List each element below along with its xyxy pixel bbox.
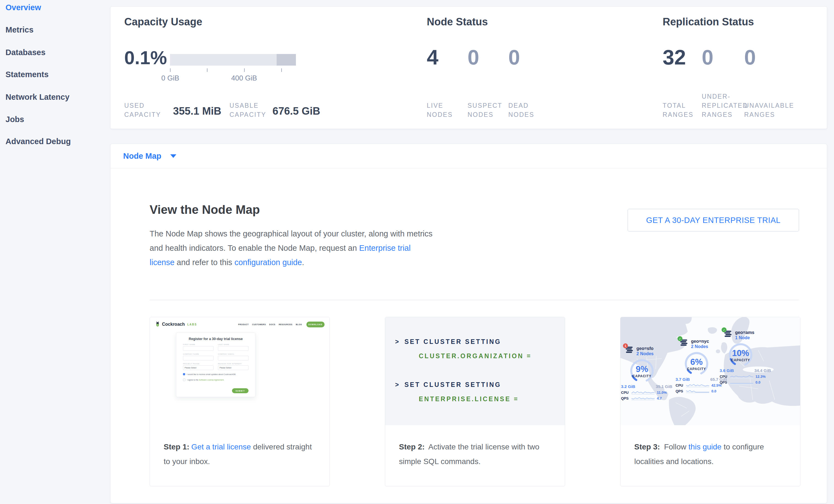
trial-registration-form: Register for a 30-day trial license FIRS…: [176, 333, 256, 397]
sidebar-item-network-latency[interactable]: Network Latency: [5, 92, 69, 102]
map-locality-sfo: 1 geo=sfo 2 Nodes 9% CAPACITY: [621, 346, 675, 400]
mini-nav-docs: DOCS: [269, 324, 276, 325]
qps-sparkline: [632, 396, 655, 400]
cockroach-labs-logo: Cockroach LABS: [155, 321, 197, 328]
used-capacity-value: 355.1 MiB: [173, 105, 221, 117]
company-name-field: [183, 356, 214, 360]
checkbox-checked-icon: [183, 373, 185, 375]
status-healthy-badge: ✓: [722, 327, 727, 332]
axis-tick-label: 0 GiB: [154, 74, 187, 82]
get-enterprise-trial-button[interactable]: GET A 30-DAY ENTERPRISE TRIAL: [628, 209, 799, 232]
axis-tick: [170, 68, 171, 72]
capacity-gauge: 6% CAPACITY: [684, 351, 709, 376]
cockroach-bug-icon: [155, 321, 160, 328]
node-map-description: The Node Map shows the geographical layo…: [150, 226, 436, 269]
suspect-nodes-count: 0: [467, 45, 479, 69]
mini-nav-customers: CUSTOMERS: [252, 324, 266, 325]
node-map-panel: Node Map View the Node Map The Node Map …: [110, 144, 827, 503]
node-map-selector-label: Node Map: [123, 152, 161, 161]
usable-capacity-label: USABLE CAPACITY: [229, 101, 271, 119]
step3-card: 1 geo=sfo 2 Nodes 9% CAPACITY: [620, 317, 800, 486]
mini-nav-blog: BLOG: [295, 324, 302, 325]
suspect-nodes-label: SUSPECT NODES: [467, 101, 509, 119]
mini-nav-product: PRODUCT: [238, 324, 249, 325]
this-guide-link[interactable]: this guide: [688, 442, 722, 451]
live-nodes-count: 4: [427, 45, 438, 69]
mini-nav-resources: RESOURCES: [279, 324, 292, 325]
cpu-sparkline: [632, 390, 655, 395]
cpu-sparkline: [686, 383, 709, 388]
capacity-bar-other-segment: [277, 54, 296, 66]
total-ranges-label: TOTAL RANGES: [663, 101, 701, 119]
map-locality-ams: ✓ geo=ams 1 Node 10% CAPACITY: [720, 330, 773, 385]
project-phase-select: Please Select: [183, 366, 214, 370]
get-trial-license-link[interactable]: Get a trial license: [191, 442, 251, 451]
usable-capacity-value: 676.5 GiB: [272, 105, 320, 117]
sidebar-item-statements[interactable]: Statements: [5, 70, 48, 79]
node-map-illustration: 1 geo=sfo 2 Nodes 9% CAPACITY: [620, 317, 800, 425]
capacity-gauge: 10% CAPACITY: [728, 342, 753, 368]
under-replicated-ranges-count: 0: [702, 45, 713, 69]
capacity-gauge: 9% CAPACITY: [629, 358, 655, 384]
total-ranges-count: 32: [663, 45, 686, 69]
live-nodes-label: LIVE NODES: [427, 101, 460, 119]
unavailable-ranges-label: UNAVAILABLE RANGES: [744, 101, 809, 119]
qps-sparkline: [730, 380, 753, 385]
capacity-usage-bar: [170, 54, 296, 66]
status-alert-badge: 1: [623, 343, 628, 348]
step2-card: >SET CLUSTER SETTING CLUSTER.ORGANIZATIO…: [385, 317, 565, 486]
sql-argument: CLUSTER.ORGANIZATION =: [419, 352, 532, 360]
sql-commands-illustration: >SET CLUSTER SETTING CLUSTER.ORGANIZATIO…: [385, 317, 565, 425]
node-status-title: Node Status: [427, 16, 488, 28]
capacity-used-percent: 0.1%: [124, 47, 167, 68]
capacity-usage-title: Capacity Usage: [124, 16, 202, 28]
under-replicated-ranges-label: UNDER-REPLICATED RANGES: [702, 92, 750, 119]
sidebar-item-jobs[interactable]: Jobs: [5, 115, 24, 124]
step3-caption: Step 3: Follow this guide to configure l…: [620, 425, 800, 486]
replication-status-title: Replication Status: [663, 16, 754, 28]
database-icon: 1: [626, 346, 634, 354]
qps-sparkline: [686, 389, 709, 393]
first-name-field: [183, 346, 214, 351]
sidebar-item-databases[interactable]: Databases: [5, 48, 45, 57]
dead-nodes-count: 0: [508, 45, 520, 69]
trial-license-site-screenshot: Cockroach LABS PRODUCT CUSTOMERS DOCS RE…: [150, 317, 330, 425]
sidebar-item-metrics[interactable]: Metrics: [5, 25, 34, 35]
cockroachdb-admin-ui: Overview Metrics Databases Statements Ne…: [0, 0, 834, 504]
sql-statement: >SET CLUSTER SETTING: [395, 381, 501, 389]
last-name-field: [218, 346, 248, 351]
status-healthy-badge: ✓: [678, 336, 682, 341]
step2-caption: Step 2: Activate the trial license with …: [385, 425, 565, 486]
step1-caption: Step 1:Get a trial license delivered str…: [150, 425, 330, 486]
cpu-sparkline: [730, 374, 753, 379]
reason-select: Please Select: [218, 366, 248, 370]
company-email-field: [218, 356, 248, 360]
mini-site-nav-links: PRODUCT CUSTOMERS DOCS RESOURCES BLOG: [238, 324, 302, 325]
used-capacity-label: USED CAPACITY: [124, 101, 166, 119]
step1-card: Cockroach LABS PRODUCT CUSTOMERS DOCS RE…: [150, 317, 330, 486]
checkbox-empty-icon: [183, 379, 185, 381]
axis-tick: [207, 68, 207, 72]
database-icon: ✓: [724, 330, 732, 338]
chevron-down-icon: [170, 154, 176, 158]
database-icon: ✓: [680, 339, 688, 347]
cluster-summary-card: Capacity Usage 0.1% 0 GiB 400 GiB USED C…: [110, 6, 827, 129]
configuration-guide-link[interactable]: configuration guide: [235, 258, 302, 267]
mini-site-navbar: Cockroach LABS PRODUCT CUSTOMERS DOCS RE…: [150, 317, 330, 331]
dead-nodes-label: DEAD NODES: [508, 101, 544, 119]
sql-argument: ENTERPRISE.LICENSE =: [419, 395, 519, 403]
page-title: View the Node Map: [150, 203, 260, 217]
sql-statement: >SET CLUSTER SETTING: [395, 338, 501, 346]
sidebar-item-overview[interactable]: Overview: [5, 3, 41, 12]
mini-download-button: DOWNLOAD: [306, 322, 325, 327]
axis-tick: [281, 68, 282, 72]
axis-tick-label: 400 GiB: [227, 74, 261, 82]
axis-tick: [244, 68, 245, 72]
form-title: Register for a 30-day trial license: [176, 337, 255, 341]
mini-submit-button: SUBMIT: [232, 388, 248, 393]
node-map-view-selector[interactable]: Node Map: [110, 144, 827, 168]
unavailable-ranges-count: 0: [744, 45, 756, 69]
sidebar-item-advanced-debug[interactable]: Advanced Debug: [5, 137, 71, 146]
divider: [150, 300, 799, 300]
